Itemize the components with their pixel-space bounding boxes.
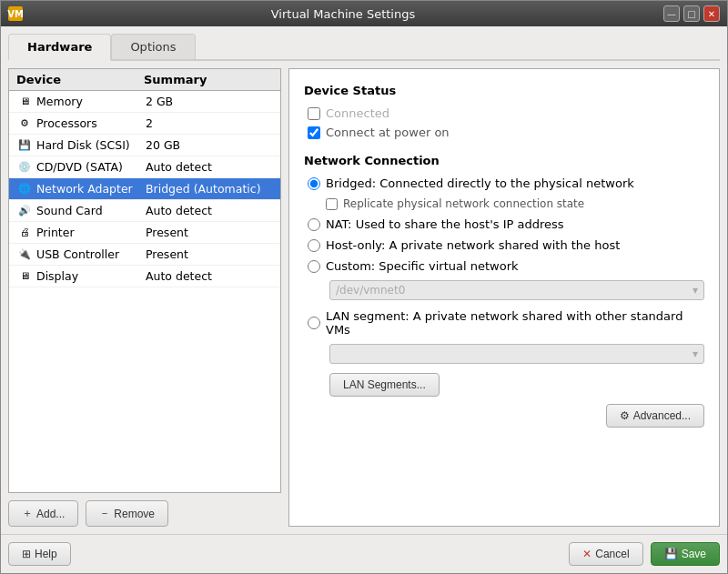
device-name: Sound Card [36,204,146,217]
device-table: Device Summary 🖥 Memory 2 GB ⚙ Processor… [8,68,281,493]
custom-dropdown[interactable]: /dev/vmnet0 ▾ [329,280,704,300]
device-summary: Auto detect [146,269,273,283]
table-row[interactable]: 🖨 Printer Present [9,222,280,244]
device-summary: Present [146,247,273,261]
device-icon: 🔊 [16,205,33,217]
radio-bridged[interactable] [308,177,320,190]
device-summary: Auto detect [146,160,273,174]
radio-bridged-row: Bridged: Connected directly to the physi… [304,176,704,190]
main-window: VM Virtual Machine Settings — □ ✕ Hardwa… [0,0,728,574]
advanced-icon: ⚙ [620,409,630,422]
table-row[interactable]: ⚙ Processors 2 [9,113,280,135]
add-button[interactable]: ＋ Add... [8,500,78,527]
device-summary: Auto detect [146,204,273,217]
settings-panel: Device Status Connected Connect at power… [288,68,720,527]
device-icon: 🖨 [16,227,33,239]
tabs: Hardware Options [8,34,720,61]
radio-bridged-label: Bridged: Connected directly to the physi… [326,176,634,190]
add-icon: ＋ [22,506,33,521]
table-row[interactable]: 🌐 Network Adapter Bridged (Automatic) [9,178,280,200]
save-icon: 💾 [664,548,678,560]
radio-lan[interactable] [308,317,320,329]
save-label: Save [682,548,706,560]
device-name: Network Adapter [36,182,146,196]
device-name: Printer [36,226,146,239]
replicate-checkbox[interactable] [326,198,338,210]
device-icon: 🔌 [16,248,33,261]
lan-segments-button[interactable]: LAN Segments... [329,373,440,397]
radio-nat-label: NAT: Used to share the host's IP address [326,217,564,231]
cancel-button[interactable]: ✕ Cancel [569,542,642,566]
lan-dropdown-arrow: ▾ [693,347,698,360]
lan-dropdown-row: ▾ [304,344,704,364]
device-summary: Bridged (Automatic) [146,182,273,196]
list-buttons: ＋ Add... － Remove [8,500,281,527]
device-icon: ⚙ [16,117,33,130]
custom-dropdown-value: /dev/vmnet0 [336,284,405,297]
lan-segments-label: LAN Segments... [343,378,426,391]
content-area: Hardware Options Device Summary 🖥 Memory… [1,26,727,534]
radio-lan-row: LAN segment: A private network shared wi… [304,309,704,337]
device-status-title: Device Status [304,84,704,97]
advanced-label: Advanced... [633,409,691,422]
table-row[interactable]: 🔊 Sound Card Auto detect [9,200,280,222]
device-name: Memory [36,95,146,108]
col-device-header: Device [16,73,144,86]
radio-nat[interactable] [308,218,320,231]
col-summary-header: Summary [144,73,273,86]
cancel-label: Cancel [595,548,629,560]
radio-hostonly[interactable] [308,239,320,252]
device-icon: 💾 [16,139,33,152]
connect-power-checkbox[interactable] [308,126,320,139]
device-summary: 20 GB [146,138,273,152]
connect-power-row: Connect at power on [304,126,704,139]
table-row[interactable]: 🔌 USB Controller Present [9,244,280,266]
maximize-button[interactable]: □ [683,5,700,22]
remove-icon: － [99,506,110,521]
table-header: Device Summary [9,69,280,91]
cancel-icon: ✕ [582,548,592,560]
advanced-btn-row: ⚙ Advanced... [304,404,704,428]
add-label: Add... [36,508,65,520]
titlebar-buttons: — □ ✕ [663,5,720,22]
device-icon: 🌐 [16,183,33,196]
help-button[interactable]: ⊞ Help [8,542,71,566]
device-name: CD/DVD (SATA) [36,160,146,174]
tab-hardware[interactable]: Hardware [8,34,111,61]
table-row[interactable]: 💾 Hard Disk (SCSI) 20 GB [9,135,280,156]
connect-power-label: Connect at power on [326,126,450,139]
radio-nat-row: NAT: Used to share the host's IP address [304,217,704,231]
device-name: Processors [36,116,146,130]
advanced-button[interactable]: ⚙ Advanced... [606,404,704,428]
device-name: Hard Disk (SCSI) [36,138,146,152]
main-panel: Device Summary 🖥 Memory 2 GB ⚙ Processor… [8,68,720,527]
device-summary: 2 GB [146,95,273,108]
help-label: Help [35,548,57,560]
radio-custom[interactable] [308,260,320,273]
replicate-label: Replicate physical network connection st… [343,197,584,210]
footer-bar: ⊞ Help ✕ Cancel 💾 Save [1,534,727,573]
titlebar: VM Virtual Machine Settings — □ ✕ [1,1,727,26]
device-icon: 💿 [16,161,33,174]
device-name: Display [36,269,146,283]
connected-checkbox[interactable] [308,107,320,120]
tab-options[interactable]: Options [111,34,195,59]
radio-hostonly-label: Host-only: A private network shared with… [326,238,620,252]
table-row[interactable]: 🖥 Memory 2 GB [9,91,280,113]
radio-hostonly-row: Host-only: A private network shared with… [304,238,704,252]
device-list-panel: Device Summary 🖥 Memory 2 GB ⚙ Processor… [8,68,281,527]
replicate-row: Replicate physical network connection st… [304,197,704,210]
footer-right: ✕ Cancel 💾 Save [569,542,720,566]
save-button[interactable]: 💾 Save [651,542,720,566]
custom-dropdown-arrow: ▾ [693,284,698,297]
radio-custom-label: Custom: Specific virtual network [326,259,519,273]
radio-lan-label: LAN segment: A private network shared wi… [326,309,704,337]
connected-row: Connected [304,106,704,120]
table-row[interactable]: 🖥 Display Auto detect [9,266,280,287]
table-row[interactable]: 💿 CD/DVD (SATA) Auto detect [9,156,280,178]
remove-button[interactable]: － Remove [86,500,168,527]
minimize-button[interactable]: — [663,5,680,22]
connected-label: Connected [326,106,389,120]
lan-dropdown[interactable]: ▾ [329,344,704,364]
close-button[interactable]: ✕ [703,5,720,22]
